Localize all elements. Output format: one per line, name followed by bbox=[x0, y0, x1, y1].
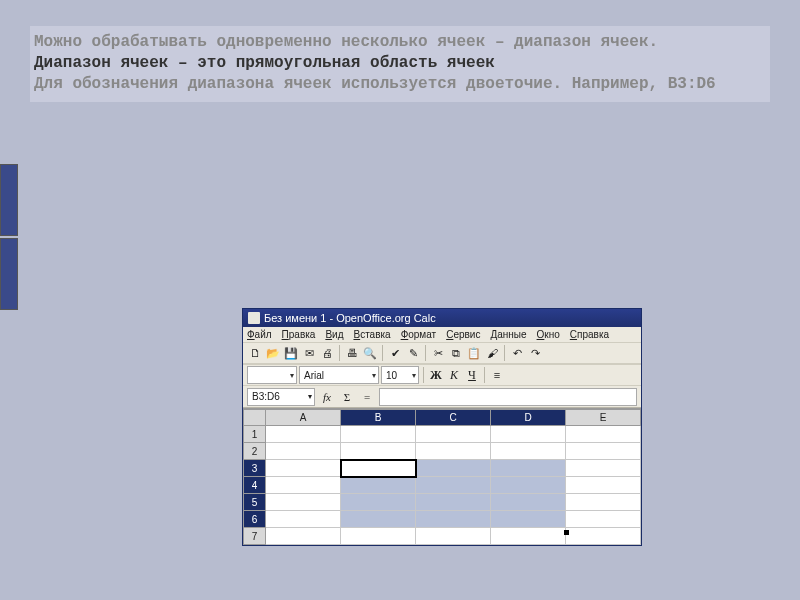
cell[interactable] bbox=[416, 494, 491, 511]
separator bbox=[423, 367, 424, 383]
cell[interactable] bbox=[566, 443, 641, 460]
cut-icon[interactable]: ✂ bbox=[430, 345, 446, 361]
function-wizard-icon[interactable]: fx bbox=[319, 389, 335, 405]
cell[interactable] bbox=[491, 528, 566, 545]
paste-icon[interactable]: 📋 bbox=[466, 345, 482, 361]
row-header-5[interactable]: 5 bbox=[244, 494, 266, 511]
cell[interactable] bbox=[491, 443, 566, 460]
font-combo[interactable]: Arial bbox=[299, 366, 379, 384]
col-header-A[interactable]: A bbox=[266, 410, 341, 426]
italic-button[interactable]: К bbox=[446, 367, 462, 383]
separator bbox=[425, 345, 426, 361]
equals-icon[interactable]: = bbox=[359, 389, 375, 405]
cell[interactable] bbox=[266, 460, 341, 477]
format-toolbar: Arial 10 Ж К Ч ≡ bbox=[243, 364, 641, 386]
side-tab-2 bbox=[0, 238, 18, 310]
copy-icon[interactable]: ⧉ bbox=[448, 345, 464, 361]
app-icon bbox=[248, 312, 260, 324]
cell[interactable] bbox=[266, 443, 341, 460]
cell[interactable] bbox=[341, 477, 416, 494]
separator bbox=[339, 345, 340, 361]
row-header-4[interactable]: 4 bbox=[244, 477, 266, 494]
explanation-block: Можно обрабатывать одновременно нескольк… bbox=[30, 26, 770, 102]
row-header-2[interactable]: 2 bbox=[244, 443, 266, 460]
style-combo[interactable] bbox=[247, 366, 297, 384]
row-header-7[interactable]: 7 bbox=[244, 528, 266, 545]
col-header-B[interactable]: B bbox=[341, 410, 416, 426]
autocheck-icon[interactable]: ✎ bbox=[405, 345, 421, 361]
menu-insert[interactable]: Вставка bbox=[353, 329, 390, 340]
bold-button[interactable]: Ж bbox=[428, 367, 444, 383]
cell[interactable] bbox=[266, 477, 341, 494]
underline-button[interactable]: Ч bbox=[464, 367, 480, 383]
menu-edit[interactable]: Правка bbox=[282, 329, 316, 340]
sum-icon[interactable]: Σ bbox=[339, 389, 355, 405]
separator bbox=[382, 345, 383, 361]
menu-data[interactable]: Данные bbox=[490, 329, 526, 340]
cell-B3[interactable] bbox=[341, 460, 416, 477]
cell[interactable] bbox=[566, 460, 641, 477]
cell[interactable] bbox=[266, 511, 341, 528]
cell[interactable] bbox=[491, 460, 566, 477]
menu-file[interactable]: Файл bbox=[247, 329, 272, 340]
menu-format[interactable]: Формат bbox=[401, 329, 437, 340]
align-left-icon[interactable]: ≡ bbox=[489, 367, 505, 383]
cell[interactable] bbox=[341, 426, 416, 443]
cell[interactable] bbox=[491, 477, 566, 494]
separator bbox=[504, 345, 505, 361]
row-header-6[interactable]: 6 bbox=[244, 511, 266, 528]
undo-icon[interactable]: ↶ bbox=[509, 345, 525, 361]
menu-tools[interactable]: Сервис bbox=[446, 329, 480, 340]
formula-input[interactable] bbox=[379, 388, 637, 406]
cell[interactable] bbox=[491, 494, 566, 511]
explain-line-2: Диапазон ячеек – это прямоугольная облас… bbox=[34, 53, 766, 74]
spreadsheet-grid[interactable]: A B C D E 1 2 3 4 5 6 7 bbox=[243, 408, 641, 545]
cell[interactable] bbox=[566, 426, 641, 443]
cell[interactable] bbox=[416, 511, 491, 528]
standard-toolbar: 🗋 📂 💾 ✉ 🖨 🖶 🔍 ✔ ✎ ✂ ⧉ 📋 🖌 ↶ ↷ bbox=[243, 342, 641, 364]
cell[interactable] bbox=[566, 477, 641, 494]
cell[interactable] bbox=[416, 443, 491, 460]
spellcheck-icon[interactable]: ✔ bbox=[387, 345, 403, 361]
menu-help[interactable]: Справка bbox=[570, 329, 609, 340]
cell[interactable] bbox=[491, 426, 566, 443]
explain-line-1: Можно обрабатывать одновременно нескольк… bbox=[34, 32, 766, 53]
menu-window[interactable]: Окно bbox=[537, 329, 560, 340]
col-header-D[interactable]: D bbox=[491, 410, 566, 426]
row-header-1[interactable]: 1 bbox=[244, 426, 266, 443]
select-all-corner[interactable] bbox=[244, 410, 266, 426]
menu-view[interactable]: Вид bbox=[325, 329, 343, 340]
cell[interactable] bbox=[566, 494, 641, 511]
name-box[interactable]: B3:D6 bbox=[247, 388, 315, 406]
titlebar: Без имени 1 - OpenOffice.org Calc bbox=[243, 309, 641, 327]
cell[interactable] bbox=[266, 426, 341, 443]
cell[interactable] bbox=[341, 528, 416, 545]
col-header-C[interactable]: C bbox=[416, 410, 491, 426]
save-icon[interactable]: 💾 bbox=[283, 345, 299, 361]
new-doc-icon[interactable]: 🗋 bbox=[247, 345, 263, 361]
mail-icon[interactable]: ✉ bbox=[301, 345, 317, 361]
redo-icon[interactable]: ↷ bbox=[527, 345, 543, 361]
cell[interactable] bbox=[341, 443, 416, 460]
cell[interactable] bbox=[266, 494, 341, 511]
format-paint-icon[interactable]: 🖌 bbox=[484, 345, 500, 361]
cell[interactable] bbox=[266, 528, 341, 545]
row-header-3[interactable]: 3 bbox=[244, 460, 266, 477]
cell[interactable] bbox=[566, 511, 641, 528]
cell[interactable] bbox=[341, 494, 416, 511]
cell[interactable] bbox=[341, 511, 416, 528]
cell[interactable] bbox=[416, 528, 491, 545]
col-header-E[interactable]: E bbox=[566, 410, 641, 426]
export-pdf-icon[interactable]: 🖨 bbox=[319, 345, 335, 361]
cell[interactable] bbox=[491, 511, 566, 528]
cell[interactable] bbox=[566, 528, 641, 545]
explain-line-3: Для обозначения диапазона ячеек использу… bbox=[34, 74, 766, 95]
preview-icon[interactable]: 🔍 bbox=[362, 345, 378, 361]
cell[interactable] bbox=[416, 426, 491, 443]
fontsize-combo[interactable]: 10 bbox=[381, 366, 419, 384]
print-icon[interactable]: 🖶 bbox=[344, 345, 360, 361]
cell[interactable] bbox=[416, 460, 491, 477]
cell[interactable] bbox=[416, 477, 491, 494]
fill-handle[interactable] bbox=[564, 530, 569, 535]
open-icon[interactable]: 📂 bbox=[265, 345, 281, 361]
